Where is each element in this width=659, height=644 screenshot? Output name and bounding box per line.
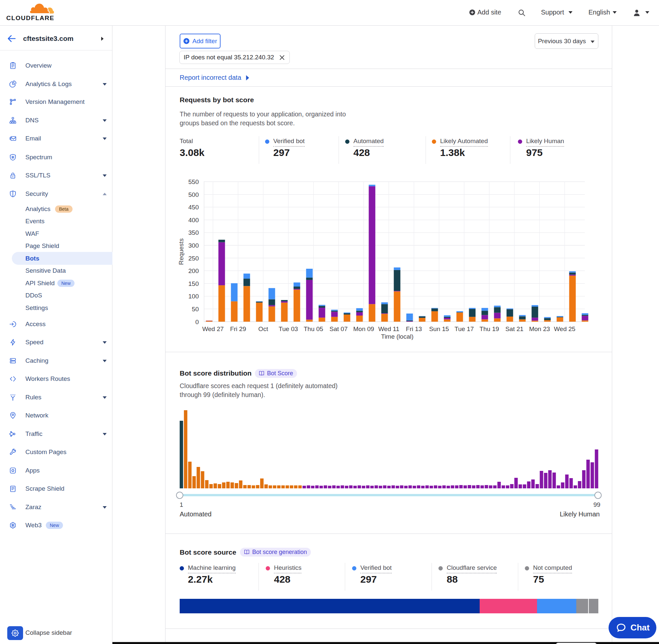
- svg-text:Tue 17: Tue 17: [455, 325, 474, 332]
- svg-text:400: 400: [188, 217, 199, 224]
- svg-text:Time (local): Time (local): [381, 333, 414, 340]
- svg-text:Requests: Requests: [178, 238, 185, 265]
- svg-text:500: 500: [188, 191, 199, 198]
- svg-text:150: 150: [188, 280, 199, 287]
- svg-text:300: 300: [188, 242, 199, 249]
- svg-text:450: 450: [188, 204, 199, 211]
- svg-text:Fri 29: Fri 29: [230, 325, 246, 332]
- svg-text:Mon 23: Mon 23: [529, 325, 550, 332]
- svg-text:Sat 07: Sat 07: [330, 325, 348, 332]
- svg-text:50: 50: [192, 306, 199, 313]
- svg-text:Oct: Oct: [258, 325, 268, 332]
- svg-text:Thu 19: Thu 19: [480, 325, 499, 332]
- svg-text:Wed 11: Wed 11: [378, 325, 400, 332]
- svg-text:0: 0: [195, 319, 199, 325]
- svg-text:Tue 03: Tue 03: [279, 325, 298, 332]
- svg-text:Wed 25: Wed 25: [554, 325, 575, 332]
- svg-text:Sat 21: Sat 21: [505, 325, 523, 332]
- svg-text:Sun 15: Sun 15: [429, 325, 449, 332]
- svg-text:Mon 09: Mon 09: [353, 325, 374, 332]
- svg-text:550: 550: [188, 178, 199, 185]
- svg-text:100: 100: [188, 293, 199, 300]
- svg-text:Wed 27: Wed 27: [202, 325, 223, 332]
- svg-text:250: 250: [188, 255, 199, 262]
- svg-text:Fri 13: Fri 13: [406, 325, 422, 332]
- svg-text:200: 200: [188, 268, 199, 274]
- svg-text:Thu 05: Thu 05: [304, 325, 323, 332]
- svg-text:350: 350: [188, 229, 199, 236]
